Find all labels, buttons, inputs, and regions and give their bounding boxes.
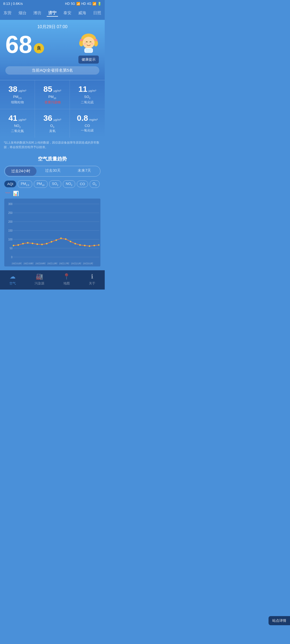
pill-aqi[interactable]: AQI (4, 181, 16, 187)
svg-rect-9 (85, 49, 92, 52)
svg-point-42 (98, 244, 99, 246)
nav-about-label: 关于 (89, 281, 95, 286)
svg-point-25 (17, 244, 19, 246)
svg-text:250: 250 (8, 211, 13, 214)
aqi-left: 68 良 (5, 32, 44, 57)
pollutant-so2: 11 μg/m³ SO2 二氧化硫 (70, 80, 105, 109)
chart-container: 300 250 200 150 100 50 0 (4, 199, 100, 266)
city-jining[interactable]: 济宁 (47, 10, 58, 17)
city-rizhao[interactable]: 日照 (92, 10, 103, 17)
pollutant-o3: 36 μg/m³ O3 臭氧 (35, 109, 70, 138)
bar-chart-icon[interactable]: 📊 (13, 191, 19, 196)
status-time: 8:13 | 0.6K/s (3, 2, 23, 6)
nav-about[interactable]: ℹ 关于 (89, 273, 95, 286)
period-7d[interactable]: 未来7天 (69, 166, 100, 176)
pill-o3[interactable]: O3 (90, 180, 100, 188)
svg-point-26 (22, 243, 24, 244)
avatar-area: 健康提示 (78, 32, 99, 64)
chart-type-icons: 〰 📊 (4, 191, 100, 196)
date-time: 10月29日 07:00 (5, 24, 99, 30)
svg-point-6 (84, 43, 86, 45)
svg-point-31 (46, 243, 48, 244)
pollutant-co: 0.8 mg/m³ CO 一氧化碳 (70, 109, 105, 138)
nav-map-label: 地图 (63, 281, 70, 286)
pill-so2[interactable]: SO2 (49, 180, 61, 188)
pill-pm25[interactable]: PM2.5 (18, 180, 32, 188)
pollutant-pm10: 85 μg/m³ PM10 ·首要污染物 (35, 80, 70, 109)
filter-pills: AQI PM2.5 PM10 SO2 NO2 CO O3 (4, 180, 100, 188)
period-24h[interactable]: 过去24小时 (5, 167, 37, 176)
period-30d[interactable]: 过去30天 (37, 166, 68, 176)
svg-point-28 (32, 243, 33, 244)
city-weihai[interactable]: 威海 (77, 10, 88, 17)
svg-point-39 (84, 245, 86, 246)
health-btn[interactable]: 健康提示 (78, 56, 99, 64)
nav-pollution-label: 污染源 (35, 281, 44, 286)
city-yantai[interactable]: 烟台 (17, 10, 28, 17)
svg-point-34 (60, 237, 62, 239)
trend-section: 空气质量趋势 过去24小时 过去30天 未来7天 AQI PM2.5 PM10 … (0, 152, 105, 270)
trend-title: 空气质量趋势 (4, 156, 100, 162)
svg-text:100: 100 (8, 238, 13, 241)
nav-air-label: 空气 (9, 281, 16, 286)
svg-point-5 (83, 37, 95, 49)
aqi-row: 68 良 (5, 32, 99, 64)
line-chart-icon[interactable]: 〰 (5, 191, 10, 196)
period-tabs: 过去24小时 过去30天 未来7天 (4, 166, 100, 177)
svg-text:50: 50 (10, 247, 13, 250)
nav-air[interactable]: ☁ 空气 (9, 273, 16, 286)
disclaimer: *以上发布的数据为实时上传的数据，因仪器设备故障等原因造成的异常数据，将会按照质… (0, 138, 105, 152)
pill-co[interactable]: CO (77, 181, 88, 187)
pill-no2[interactable]: NO2 (63, 180, 75, 188)
map-icon: 📍 (63, 273, 70, 280)
pollutant-grid: 38 μg/m³ PM2.5 细颗粒物 85 μg/m³ PM10 ·首要污染物… (0, 80, 105, 138)
svg-point-7 (91, 43, 93, 45)
aqi-badge: 良 (34, 43, 44, 53)
nav-map[interactable]: 📍 地图 (63, 273, 70, 286)
info-icon: ℹ (91, 273, 93, 280)
svg-point-32 (51, 241, 52, 243)
svg-text:300: 300 (8, 203, 13, 206)
pill-pm10[interactable]: PM10 (34, 180, 48, 188)
city-taian[interactable]: 泰安 (62, 10, 73, 17)
svg-point-38 (79, 244, 81, 246)
bottom-nav: ☁ 空气 🏭 污染源 📍 地图 ℹ 关于 (0, 270, 105, 290)
aqi-number: 68 (5, 32, 32, 57)
status-bar: 8:13 | 0.6K/s HD 5G 📶 HD 4G 📶 🔋 (0, 0, 105, 7)
city-dongying[interactable]: 东营 (2, 10, 13, 17)
svg-point-36 (70, 241, 71, 242)
svg-point-33 (56, 239, 57, 241)
svg-point-41 (93, 245, 95, 246)
city-tab-bar: 东营 烟台 潍坊 济宁 泰安 威海 日照 (0, 7, 105, 20)
svg-point-35 (65, 238, 67, 240)
svg-point-37 (74, 243, 76, 244)
trend-chart: 300 250 200 150 100 50 0 (5, 201, 99, 260)
svg-text:150: 150 (8, 229, 13, 232)
city-weifang[interactable]: 潍坊 (32, 10, 43, 17)
svg-point-24 (13, 245, 14, 246)
status-signals: HD 5G 📶 HD 4G 📶 🔋 (65, 2, 102, 6)
svg-text:0: 0 (11, 256, 13, 259)
chart-x-labels: 29日01时 29日05时 29日09时 29日13时 29日17时 29日21… (5, 262, 99, 265)
pollutant-pm25: 38 μg/m³ PM2.5 细颗粒物 (0, 80, 35, 109)
svg-point-27 (27, 242, 29, 244)
avatar-icon (78, 32, 99, 54)
svg-point-29 (37, 243, 38, 245)
rank-banner: 当前AQI全省排名第5名 (5, 66, 99, 75)
svg-point-30 (41, 244, 43, 245)
pollutant-no2: 41 μg/m³ NO2 二氧化氮 (0, 109, 35, 138)
svg-point-40 (89, 245, 90, 247)
svg-text:200: 200 (8, 220, 13, 223)
nav-pollution[interactable]: 🏭 污染源 (35, 273, 44, 286)
factory-icon: 🏭 (36, 273, 43, 280)
cloud-icon: ☁ (10, 273, 16, 280)
main-header: 10月29日 07:00 68 良 (0, 20, 105, 80)
